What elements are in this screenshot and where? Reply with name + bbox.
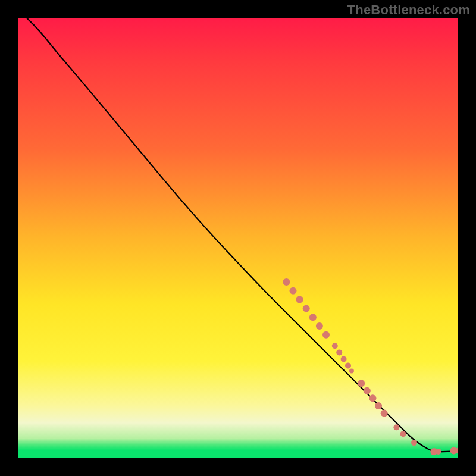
data-point (283, 278, 290, 286)
data-point (316, 322, 323, 330)
data-point (369, 394, 376, 402)
data-points (283, 278, 458, 455)
data-point (349, 368, 354, 373)
data-point (322, 331, 330, 339)
bottleneck-curve (27, 18, 454, 452)
data-point (358, 380, 365, 387)
plot-area (18, 18, 458, 458)
chart-svg (18, 18, 458, 458)
data-point (303, 305, 310, 312)
data-point (336, 349, 342, 355)
data-point (345, 363, 351, 369)
watermark-text: TheBottleneck.com (347, 2, 470, 18)
data-point (332, 343, 338, 349)
chart-frame: TheBottleneck.com (0, 0, 476, 476)
data-point (375, 402, 382, 409)
data-point (341, 356, 347, 362)
data-point (290, 287, 297, 295)
data-point (393, 424, 399, 430)
data-point (309, 314, 317, 321)
data-point (411, 440, 417, 446)
data-point (400, 431, 406, 437)
data-point (381, 410, 388, 417)
data-point (364, 387, 371, 394)
data-point (296, 296, 303, 303)
data-point (436, 449, 441, 455)
